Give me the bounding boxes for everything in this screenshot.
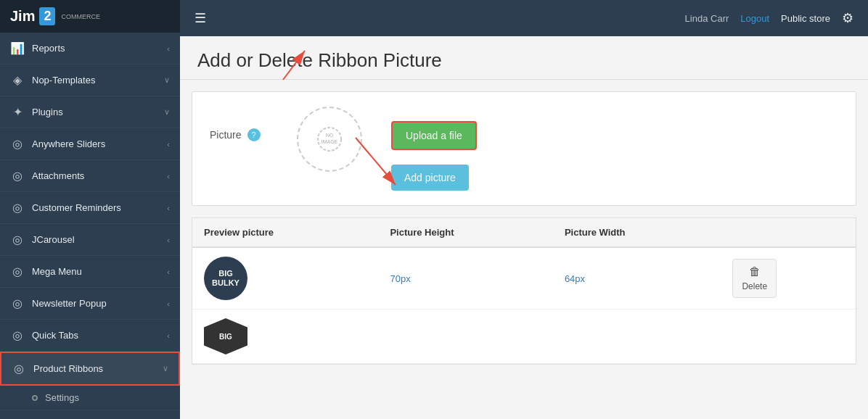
logo-sub: COMMERCE	[61, 13, 100, 20]
jcarousel-icon: ◎	[10, 233, 25, 246]
plugins-icon: ✦	[10, 105, 25, 119]
reports-icon: 📊	[10, 41, 25, 55]
sidebar-sub-item-label: Settings	[45, 392, 79, 403]
customer-reminders-arrow: ‹	[167, 204, 170, 212]
col-width: Picture Width	[553, 218, 721, 247]
preview-cell: BIG	[192, 310, 378, 364]
table-row: BIGBULKY 70px 64px 🗑 Delete	[192, 247, 856, 310]
sidebar-item-plugins[interactable]: ✦ Plugins ∨	[0, 96, 180, 128]
product-ribbons-icon: ◎	[12, 362, 26, 376]
sidebar-item-nop-templates[interactable]: ◈ Nop-Templates ∨	[0, 65, 180, 96]
height-value[interactable]: 70px	[390, 273, 410, 284]
no-image-icon: NO IMAGE	[316, 126, 343, 152]
nop-templates-icon: ◈	[10, 73, 25, 87]
sidebar-sub-item-settings[interactable]: Settings	[0, 386, 180, 410]
picture-label-group: Picture ?	[210, 107, 268, 141]
topbar: ☰ Linda Carr Logout Public store ⚙	[180, 0, 868, 36]
table-section: Preview picture Picture Height Picture W…	[192, 217, 856, 365]
topbar-right: Linda Carr Logout Public store ⚙	[685, 10, 853, 26]
anywhere-sliders-arrow: ‹	[167, 140, 170, 149]
newsletter-popup-arrow: ‹	[167, 299, 170, 308]
upload-file-button[interactable]: Upload a file	[391, 121, 477, 150]
no-image-box: NO IMAGE	[297, 107, 362, 172]
reports-arrow: ‹	[167, 44, 170, 53]
logo-jim: Jim	[10, 8, 35, 25]
sidebar-item-customer-reminders[interactable]: ◎ Customer Reminders ‹	[0, 192, 180, 224]
logo: Jim 2 COMMERCE	[0, 0, 180, 33]
width-cell: 64px	[553, 247, 721, 310]
sidebar-item-label: Customer Reminders	[32, 202, 167, 213]
sidebar-item-label: JCarousel	[32, 234, 167, 245]
picture-section-card: Picture ? NO IMAGE Upload a file Add pic…	[192, 91, 856, 206]
anywhere-sliders-icon: ◎	[10, 137, 25, 151]
customer-reminders-icon: ◎	[10, 201, 25, 215]
no-image-container: NO IMAGE	[297, 107, 362, 172]
sidebar-item-reports[interactable]: 📊 Reports ‹	[0, 33, 180, 65]
newsletter-popup-icon: ◎	[10, 296, 25, 310]
sidebar-item-quick-tabs[interactable]: ◎ Quick Tabs ‹	[0, 320, 180, 352]
svg-text:NO: NO	[326, 133, 334, 138]
ribbons-table: Preview picture Picture Height Picture W…	[192, 218, 856, 364]
preview-cell: BIGBULKY	[192, 247, 378, 310]
sidebar-item-label: Quick Tabs	[32, 330, 167, 341]
add-picture-button[interactable]: Add picture	[391, 165, 469, 191]
sidebar-item-jcarousel[interactable]: ◎ JCarousel ‹	[0, 224, 180, 256]
action-cell: 🗑 Delete	[721, 247, 856, 310]
sidebar-item-label: Nop-Templates	[32, 75, 164, 86]
delete-label: Delete	[742, 281, 767, 291]
public-store-link[interactable]: Public store	[781, 13, 830, 24]
logo-two: 2	[39, 7, 55, 25]
sidebar: Jim 2 COMMERCE 📊 Reports ‹ ◈ Nop-Templat…	[0, 0, 180, 419]
preview-image-1: BIGBULKY	[204, 257, 247, 300]
content-area: Add or Delete Ribbon Picture Picture ? N…	[180, 36, 868, 419]
sidebar-item-label: Mega Menu	[32, 266, 167, 277]
sidebar-item-newsletter-popup[interactable]: ◎ Newsletter Popup ‹	[0, 288, 180, 320]
sidebar-item-label: Attachments	[32, 170, 167, 181]
sidebar-item-mega-menu[interactable]: ◎ Mega Menu ‹	[0, 256, 180, 288]
table-row: BIG	[192, 310, 856, 364]
action-cell-2	[721, 310, 856, 364]
delete-button-1[interactable]: 🗑 Delete	[732, 259, 777, 298]
attachments-icon: ◎	[10, 169, 25, 183]
jcarousel-arrow: ‹	[167, 236, 170, 244]
sidebar-item-label: Newsletter Popup	[32, 298, 167, 309]
help-icon[interactable]: ?	[247, 128, 261, 141]
picture-section: Picture ? NO IMAGE Upload a file Add pic…	[192, 92, 856, 205]
col-height: Picture Height	[378, 218, 552, 247]
menu-icon[interactable]: ☰	[195, 10, 206, 26]
quick-tabs-arrow: ‹	[167, 331, 170, 340]
page-title: Add or Delete Ribbon Picture	[197, 49, 851, 72]
sidebar-item-label: Plugins	[32, 107, 164, 117]
sidebar-sub-item-product-ribbons[interactable]: Product Ribbons	[0, 410, 180, 419]
picture-actions: Upload a file Add picture	[391, 107, 477, 191]
settings-icon[interactable]: ⚙	[842, 10, 853, 26]
topbar-user: Linda Carr	[685, 13, 729, 24]
quick-tabs-icon: ◎	[10, 328, 25, 342]
sidebar-item-label: Anywhere Sliders	[32, 138, 167, 149]
mega-menu-arrow: ‹	[167, 267, 170, 276]
sidebar-item-attachments[interactable]: ◎ Attachments ‹	[0, 160, 180, 192]
preview-text-2: BIG	[219, 333, 232, 341]
preview-image-2: BIG	[204, 318, 247, 354]
sidebar-item-anywhere-sliders[interactable]: ◎ Anywhere Sliders ‹	[0, 128, 180, 160]
height-cell: 70px	[378, 247, 552, 310]
svg-text:IMAGE: IMAGE	[322, 139, 338, 144]
trash-icon: 🗑	[749, 265, 761, 278]
attachments-arrow: ‹	[167, 172, 170, 181]
mega-menu-icon: ◎	[10, 265, 25, 278]
sidebar-item-product-ribbons[interactable]: ◎ Product Ribbons ∨	[0, 352, 180, 386]
height-cell-2	[378, 310, 552, 364]
width-value[interactable]: 64px	[565, 273, 585, 284]
picture-label: Picture	[210, 129, 242, 141]
page-header: Add or Delete Ribbon Picture	[180, 36, 868, 80]
sidebar-item-label: Reports	[32, 43, 167, 54]
table-header-row: Preview picture Picture Height Picture W…	[192, 218, 856, 247]
plugins-chevron: ∨	[164, 107, 170, 117]
topbar-left: ☰	[195, 10, 206, 26]
col-preview: Preview picture	[192, 218, 378, 247]
main-area: ☰ Linda Carr Logout Public store ⚙ Add o…	[180, 0, 868, 419]
product-ribbons-chevron: ∨	[163, 364, 168, 373]
logout-button[interactable]: Logout	[740, 13, 769, 24]
col-actions	[721, 218, 856, 247]
sub-dot-settings	[32, 395, 38, 401]
